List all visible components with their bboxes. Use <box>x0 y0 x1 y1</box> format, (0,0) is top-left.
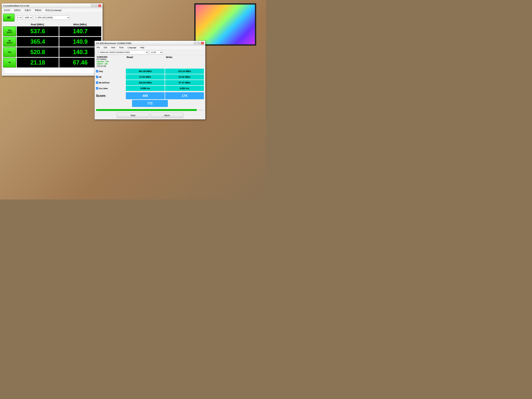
asssd-window-controls: ─ □ ✕ <box>194 42 204 44</box>
cdm-minimize-button[interactable]: ─ <box>91 4 94 7</box>
asssd-menu-tools[interactable]: Tools <box>119 46 124 49</box>
cdm-size-select[interactable]: 1GiB <box>23 15 32 20</box>
asssd-progress-bar-container <box>96 109 197 111</box>
cdm-seq-q32t1-write: 140.7 <box>59 26 101 36</box>
asssd-device-model: EXT4400Q <box>97 58 125 60</box>
cdm-4k-read: 21.18 <box>17 58 59 68</box>
asssd-window: AS SSD Benchmark 1.8.5636.37293 ─ □ ✕ Fi… <box>95 41 205 120</box>
asssd-cache-status: 1024 K - OK <box>97 63 125 65</box>
cdm-write-header: Write [MB/s] <box>59 23 101 26</box>
asssd-seq-write: 131.24 MB/s <box>165 69 204 74</box>
asssd-4k64thrd-read: 326.50 MB/s <box>126 80 165 85</box>
cdm-title: CrystalDiskMark 5.0.3 x64 <box>3 5 29 7</box>
asssd-time-display: ---:--:-- <box>198 109 204 111</box>
cdm-seq-q32t1-label[interactable]: SeqQ32T1 <box>3 26 16 36</box>
asssd-menu-help[interactable]: Help <box>139 46 145 49</box>
asssd-device-info: SAMSUNG EXT4400Q storahci - OK 1024 K - … <box>96 55 125 68</box>
asssd-toolbar: C: SAMSUNG MZMTE128HMGR-00005 10 GB <box>95 50 205 55</box>
asssd-4k64thrd-label: 4K-64Thrd <box>96 80 125 85</box>
cdm-menu-help[interactable]: 帮助(H) <box>34 9 42 12</box>
asssd-ahci-status: storahci - OK <box>97 60 125 63</box>
cdm-row-4k: 4K 21.18 67.46 <box>3 58 101 68</box>
asssd-progress-area: ---:--:-- <box>95 108 205 112</box>
crystaldiskmark-window: CrystalDiskMark 5.0.3 x64 ─ □ ✕ 文件(F) 设置… <box>2 3 103 76</box>
asssd-buttons: Start Abort <box>95 112 205 119</box>
asssd-4k64thrd-checkbox[interactable] <box>96 82 98 84</box>
asssd-minimize-button[interactable]: ─ <box>194 42 197 44</box>
asssd-device-size: 119.24 GB <box>97 65 125 67</box>
cdm-seq-read: 520.8 <box>17 47 59 57</box>
asssd-4k-checkbox[interactable] <box>96 76 98 78</box>
asssd-menu-file[interactable]: File <box>96 46 100 49</box>
cdm-4k-label[interactable]: 4K <box>3 58 16 68</box>
cdm-menu-settings[interactable]: 设置(S) <box>13 9 21 12</box>
laptop-screen-background <box>194 3 256 46</box>
asssd-acctime-label: Acc.time <box>96 86 125 91</box>
cdm-close-button[interactable]: ✕ <box>98 4 101 7</box>
asssd-seq-label: Seq <box>96 69 125 74</box>
asssd-maximize-button[interactable]: □ <box>197 42 200 44</box>
cdm-maximize-button[interactable]: □ <box>95 4 98 7</box>
asssd-title: AS SSD Benchmark 1.8.5636.37293 <box>96 42 131 44</box>
asssd-menu-view[interactable]: View <box>110 46 116 49</box>
cdm-row-4k-q32t1: 4KQ32T1 365.4 140.9 <box>3 37 101 47</box>
asssd-start-button[interactable]: Start <box>117 113 149 118</box>
cdm-all-button[interactable]: All <box>3 14 14 21</box>
cdm-row-seq: Seq 520.8 140.3 <box>3 47 101 57</box>
cdm-count-select[interactable]: 5 <box>16 15 22 20</box>
asssd-read-header: Read: <box>125 55 165 68</box>
cdm-toolbar: All 5 1GiB C: 35% (42/119GiB) <box>2 13 102 23</box>
asssd-acctime-write: 0.854 ms <box>165 86 204 91</box>
asssd-size-select[interactable]: 10 GB <box>149 50 163 54</box>
asssd-info-top: SAMSUNG EXT4400Q storahci - OK 1024 K - … <box>95 55 205 69</box>
asssd-menu-language[interactable]: Language <box>127 46 137 49</box>
asssd-bench-grid: Seq 461.58 MB/s 131.24 MB/s 4K 27.84 MB/… <box>95 69 205 92</box>
asssd-total-row: 772 <box>95 100 205 108</box>
asssd-seq-checkbox[interactable] <box>96 70 98 72</box>
asssd-4k-read: 27.84 MB/s <box>126 74 165 80</box>
asssd-titlebar: AS SSD Benchmark 1.8.5636.37293 ─ □ ✕ <box>95 41 205 46</box>
asssd-menu-edit[interactable]: Edit <box>103 46 108 49</box>
cdm-results: Read [MB/s] Write [MB/s] SeqQ32T1 537.6 … <box>2 23 102 76</box>
cdm-4k-q32t1-label[interactable]: 4KQ32T1 <box>3 37 16 47</box>
asssd-score-read: 400 <box>126 92 165 99</box>
cdm-titlebar: CrystalDiskMark 5.0.3 x64 ─ □ ✕ <box>2 3 102 8</box>
cdm-window-controls: ─ □ ✕ <box>91 4 101 7</box>
cdm-row-seq-q32t1: SeqQ32T1 537.6 140.7 <box>3 26 101 36</box>
asssd-abort-button[interactable]: Abort <box>151 113 183 118</box>
cdm-seq-label[interactable]: Seq <box>3 47 16 57</box>
asssd-seq-read: 461.58 MB/s <box>126 69 165 74</box>
asssd-4k64thrd-write: 97.47 MB/s <box>165 80 204 85</box>
asssd-score-total: 772 <box>132 100 168 107</box>
asssd-score-write: 174 <box>165 92 204 99</box>
asssd-progress-bar-fill <box>96 109 197 111</box>
cdm-menubar: 文件(F) 设置(S) 主题(T) 帮助(H) 语言(L)(Language) <box>2 8 102 13</box>
asssd-4k-label: 4K <box>96 74 125 80</box>
cdm-read-header: Read [MB/s] <box>16 23 59 26</box>
cdm-header-row: Read [MB/s] Write [MB/s] <box>3 23 101 26</box>
asssd-device-name: SAMSUNG <box>97 56 125 58</box>
cdm-seq-q32t1-read: 537.6 <box>17 26 59 36</box>
cdm-drive-select[interactable]: C: 35% (42/119GiB) <box>34 15 70 20</box>
cdm-menu-theme[interactable]: 主题(T) <box>24 9 32 12</box>
cdm-menu-language[interactable]: 语言(L)(Language) <box>45 9 62 12</box>
cdm-4k-q32t1-read: 365.4 <box>17 37 59 47</box>
asssd-write-header: Write: <box>165 55 204 68</box>
asssd-score-label: Score: <box>96 94 125 98</box>
cdm-menu-file[interactable]: 文件(F) <box>3 9 11 12</box>
asssd-menubar: File Edit View Tools Language Help <box>95 46 205 50</box>
asssd-close-button[interactable]: ✕ <box>201 42 204 44</box>
asssd-acctime-read: 0.088 ms <box>126 86 165 91</box>
asssd-score-row: Score: 400 174 <box>95 92 205 100</box>
asssd-4k-write: 63.20 MB/s <box>165 74 204 80</box>
asssd-drive-select[interactable]: C: SAMSUNG MZMTE128HMGR-00005 <box>96 50 148 54</box>
asssd-acctime-checkbox[interactable] <box>96 87 98 89</box>
cdm-bottom-area <box>4 68 100 73</box>
